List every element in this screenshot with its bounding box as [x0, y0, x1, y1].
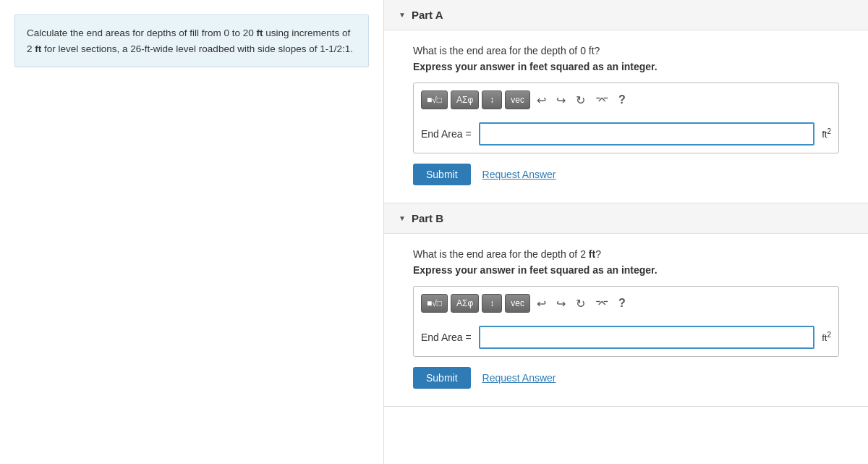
part-b-answer-input[interactable]	[479, 326, 815, 349]
part-a-header[interactable]: ▼ Part A	[384, 0, 868, 30]
part-b-instruction: Express your answer in feet squared as a…	[413, 264, 839, 276]
part-a-action-row: Submit Request Answer	[413, 164, 839, 185]
part-b-sqrt-btn[interactable]: ■√□	[421, 294, 448, 313]
part-a-unit: ft2	[822, 127, 831, 140]
part-a-instruction: Express your answer in feet squared as a…	[413, 61, 839, 72]
part-b-section: ▼ Part B What is the end area for the de…	[384, 203, 868, 407]
unit-ft-2: ft	[35, 43, 41, 54]
part-a-section: ▼ Part A What is the end area for the de…	[384, 0, 868, 203]
part-b-help-btn[interactable]: ?	[615, 295, 629, 311]
unit-ft-1: ft	[256, 28, 263, 38]
part-a-content: What is the end area for the depth of 0 …	[384, 30, 868, 203]
part-a-arrow-btn[interactable]: ↕	[482, 90, 502, 109]
part-b-undo-btn[interactable]: ↩	[533, 295, 550, 312]
part-a-help-btn[interactable]: ?	[615, 92, 629, 108]
chevron-down-icon-b: ▼	[399, 214, 406, 222]
part-b-arrow-btn[interactable]: ↕	[482, 294, 502, 313]
part-b-action-row: Submit Request Answer	[413, 367, 839, 389]
part-b-content: What is the end area for the depth of 2 …	[384, 234, 868, 406]
part-b-keyboard-btn[interactable]: ⌤	[592, 295, 612, 312]
part-b-end-area-row: End Area = ft2	[421, 326, 831, 349]
right-panel: ▼ Part A What is the end area for the de…	[383, 0, 868, 464]
part-b-request-answer-button[interactable]: Request Answer	[482, 372, 556, 384]
part-b-question: What is the end area for the depth of 2 …	[413, 248, 839, 260]
part-b-unit: ft2	[822, 331, 831, 343]
part-b-submit-button[interactable]: Submit	[413, 367, 471, 389]
part-a-keyboard-btn[interactable]: ⌤	[592, 92, 612, 109]
part-a-sigma-btn[interactable]: ΑΣφ	[451, 90, 479, 109]
part-a-question: What is the end area for the depth of 0 …	[413, 45, 839, 56]
part-b-vec-btn[interactable]: vec	[505, 294, 530, 313]
part-b-toolbar: ■√□ ΑΣφ ↕ vec ↩ ↪ ↻ ⌤ ?	[421, 294, 831, 319]
part-a-vec-btn[interactable]: vec	[505, 90, 530, 109]
problem-statement: Calculate the end areas for depths of fi…	[14, 14, 369, 67]
left-panel: Calculate the end areas for depths of fi…	[0, 0, 383, 464]
part-a-answer-input[interactable]	[479, 122, 815, 145]
part-a-end-area-row: End Area = ft2	[421, 122, 831, 145]
part-a-submit-button[interactable]: Submit	[413, 164, 471, 185]
part-b-label: Part B	[412, 212, 443, 224]
part-a-math-box: ■√□ ΑΣφ ↕ vec ↩ ↪ ↻ ⌤ ? End Area = ft2	[413, 83, 839, 153]
part-b-redo-btn[interactable]: ↪	[553, 295, 569, 312]
part-b-math-box: ■√□ ΑΣφ ↕ vec ↩ ↪ ↻ ⌤ ? End Area = ft2	[413, 286, 839, 357]
part-b-header[interactable]: ▼ Part B	[384, 203, 868, 234]
part-b-refresh-btn[interactable]: ↻	[572, 295, 589, 312]
part-a-request-answer-button[interactable]: Request Answer	[482, 169, 556, 180]
part-a-undo-btn[interactable]: ↩	[533, 92, 550, 109]
part-a-end-area-label: End Area =	[421, 128, 472, 140]
part-a-refresh-btn[interactable]: ↻	[572, 92, 589, 109]
part-a-label: Part A	[412, 9, 443, 21]
part-a-toolbar: ■√□ ΑΣφ ↕ vec ↩ ↪ ↻ ⌤ ?	[421, 90, 831, 115]
chevron-down-icon: ▼	[399, 11, 406, 19]
part-a-redo-btn[interactable]: ↪	[553, 92, 569, 109]
part-b-sigma-btn[interactable]: ΑΣφ	[451, 294, 479, 313]
part-a-sqrt-btn[interactable]: ■√□	[421, 90, 448, 109]
part-b-end-area-label: End Area =	[421, 332, 472, 343]
